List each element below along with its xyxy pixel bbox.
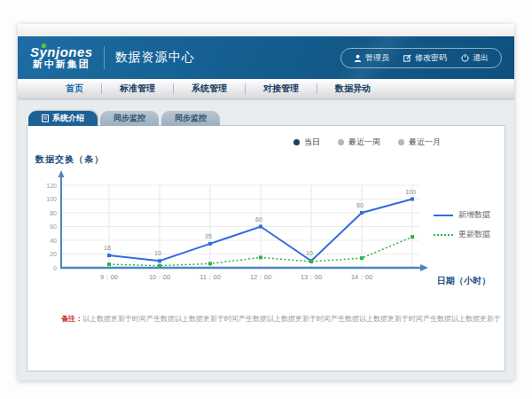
app-window: Synjones 新中新集团 数据资源中心 管理员 修改密码 退出 首页 标准管… [18,24,514,380]
company-logo: Synjones 新中新集团 [30,45,93,69]
legend-item-updated-data: 更新数据 [434,229,490,240]
edit-icon [403,54,411,62]
svg-text:100: 100 [405,189,416,195]
nav-item-system-mgmt[interactable]: 系统管理 [174,82,245,95]
svg-text:60: 60 [50,223,57,230]
svg-text:100: 100 [46,196,57,202]
radio-label: 最近一月 [409,137,441,148]
logo-text-en: Synjones [30,45,93,59]
radio-last-week[interactable]: 最近一周 [338,137,380,148]
chart-legend: 新增数据 更新数据 [434,209,490,240]
tab-system-intro[interactable]: 系统介绍 [28,111,98,126]
nav-item-standard-mgmt[interactable]: 标准管理 [102,82,173,95]
svg-text:40: 40 [50,238,57,244]
user-actions-pill: 管理员 修改密码 退出 [340,48,502,68]
radio-dot-icon [398,139,404,145]
radio-today[interactable]: 当日 [293,137,320,148]
current-user-button[interactable]: 管理员 [354,52,389,64]
footnote: 备注：以上数据更新于时间产生数据以上数据更新于时间产生数据以上数据更新于时间产生… [61,314,487,324]
tab-sync-monitor-2[interactable]: 同步监控 [161,111,220,126]
document-icon [42,114,49,122]
svg-text:10: 10 [306,250,313,256]
change-password-label: 修改密码 [415,52,447,64]
nav-item-data-change[interactable]: 数据异动 [317,82,388,95]
svg-text:11：00: 11：00 [200,273,221,281]
svg-text:35: 35 [205,233,212,239]
line-chart: 0204060801001209：0010：0011：0012：0013：001… [31,170,448,303]
tab-label: 系统介绍 [52,113,84,124]
header: Synjones 新中新集团 数据资源中心 管理员 修改密码 退出 [18,36,514,79]
change-password-button[interactable]: 修改密码 [403,52,447,64]
y-axis-title: 数据交换（条） [35,153,104,166]
svg-text:60: 60 [255,216,262,223]
footnote-prefix: 备注： [61,315,82,323]
svg-text:0: 0 [53,265,57,271]
logo-text-cn: 新中新集团 [33,59,90,70]
svg-text:10：00: 10：00 [149,273,170,281]
radio-label: 当日 [304,137,320,148]
user-icon [354,54,362,62]
svg-text:80: 80 [50,210,57,216]
nav-item-home[interactable]: 首页 [48,82,101,95]
nav-item-integration-mgmt[interactable]: 对接管理 [246,82,317,95]
range-filter-group: 当日 最近一周 最近一月 [293,137,441,148]
svg-text:9：00: 9：00 [100,273,118,281]
legend-label: 新增数据 [458,209,490,221]
radio-label: 最近一周 [348,137,380,148]
legend-solid-line-swatch [434,215,453,216]
tab-label: 同步监控 [113,113,145,124]
radio-dot-icon [338,139,344,145]
tab-sync-monitor-1[interactable]: 同步监控 [100,111,159,126]
svg-text:80: 80 [356,202,364,208]
content-area: 系统介绍 同步监控 同步监控 当日 最近一周 [18,99,514,380]
x-axis-title: 日期（小时） [437,275,490,287]
legend-label: 更新数据 [458,229,490,240]
logout-button[interactable]: 退出 [461,52,489,64]
legend-item-new-data: 新增数据 [434,209,490,221]
svg-text:14：00: 14：00 [351,273,372,281]
tab-bar: 系统介绍 同步监控 同步监控 [28,111,220,126]
svg-text:18: 18 [104,245,111,251]
power-icon [461,54,469,62]
svg-text:10: 10 [154,250,161,256]
header-divider [104,46,105,69]
tab-label: 同步监控 [175,113,207,124]
svg-text:120: 120 [46,183,57,189]
radio-last-month[interactable]: 最近一月 [398,137,441,148]
user-label: 管理员 [365,52,389,64]
logout-label: 退出 [473,52,489,64]
svg-text:13：00: 13：00 [301,273,322,281]
app-title: 数据资源中心 [115,50,195,66]
line-chart-svg: 0204060801001209：0010：0011：0012：0013：001… [31,170,448,303]
radio-dot-icon [293,139,300,145]
svg-text:12：00: 12：00 [250,273,271,281]
legend-dotted-line-swatch [434,234,453,236]
footnote-text: 以上数据更新于时间产生数据以上数据更新于时间产生数据以上数据更新于时间产生数据以… [82,315,501,323]
chart-panel: 当日 最近一周 最近一月 数据交换（条） 0204060801001209：00… [27,125,505,372]
svg-text:20: 20 [50,251,57,257]
main-nav: 首页 标准管理 系统管理 对接管理 数据异动 [18,79,514,99]
top-strip [18,24,514,36]
